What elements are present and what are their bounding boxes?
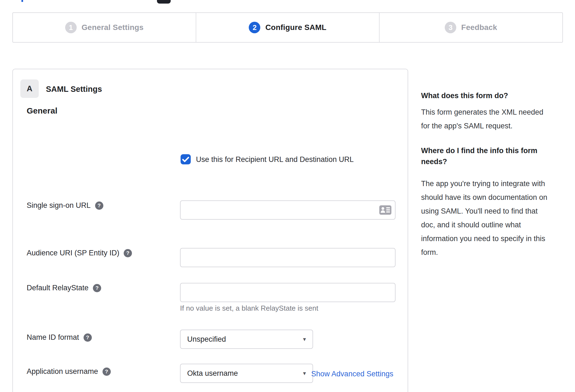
- sidebar-body-what: This form generates the XML needed for t…: [421, 105, 561, 133]
- clipped-header-fragment-dark: [157, 0, 171, 4]
- step-number-badge: 1: [65, 22, 77, 33]
- show-advanced-settings-link[interactable]: Show Advanced Settings: [311, 370, 393, 378]
- step-number-badge: 3: [445, 22, 456, 33]
- name-id-format-label: Name ID format ?: [27, 333, 92, 342]
- relay-state-hint: If no value is set, a blank RelayState i…: [180, 304, 318, 313]
- step-general-settings[interactable]: 1 General Settings: [13, 13, 196, 42]
- step-number-badge: 2: [249, 22, 260, 33]
- audience-uri-input[interactable]: [180, 248, 396, 267]
- recipient-url-checkbox[interactable]: [181, 154, 191, 164]
- relay-state-input[interactable]: [180, 283, 396, 302]
- application-username-value: Okta username: [187, 369, 238, 378]
- section-letter-badge: A: [20, 79, 39, 98]
- chevron-down-icon: ▾: [303, 370, 306, 377]
- sidebar-body-where: The app you're trying to integrate with …: [421, 177, 561, 259]
- general-group-heading: General: [27, 106, 57, 115]
- step-feedback[interactable]: 3 Feedback: [379, 13, 562, 42]
- wizard-stepper: 1 General Settings 2 Configure SAML 3 Fe…: [12, 12, 563, 43]
- help-icon[interactable]: ?: [124, 249, 132, 257]
- help-icon[interactable]: ?: [93, 284, 101, 292]
- help-icon[interactable]: ?: [95, 201, 103, 210]
- step-configure-saml[interactable]: 2 Configure SAML: [196, 13, 379, 42]
- help-icon[interactable]: ?: [103, 368, 111, 376]
- application-username-select[interactable]: Okta username ▾: [180, 364, 313, 383]
- sso-url-label: Single sign-on URL ?: [27, 201, 103, 210]
- step-label: Configure SAML: [265, 23, 326, 32]
- section-title: SAML Settings: [46, 85, 102, 94]
- relay-state-label-text: Default RelayState: [27, 284, 89, 292]
- sso-url-label-text: Single sign-on URL: [27, 201, 91, 210]
- recipient-url-checkbox-label[interactable]: Use this for Recipient URL and Destinati…: [196, 155, 354, 164]
- chevron-down-icon: ▾: [303, 336, 306, 343]
- step-label: Feedback: [461, 23, 497, 32]
- relay-state-label: Default RelayState ?: [27, 284, 101, 292]
- clipped-header-fragment-blue: [21, 0, 23, 2]
- audience-uri-label: Audience URI (SP Entity ID) ?: [27, 249, 132, 257]
- name-id-format-label-text: Name ID format: [27, 333, 79, 342]
- page: 1 General Settings 2 Configure SAML 3 Fe…: [0, 0, 575, 392]
- name-id-format-select[interactable]: Unspecified ▾: [180, 330, 313, 349]
- application-username-label-text: Application username: [27, 367, 98, 376]
- step-label: General Settings: [82, 23, 144, 32]
- saml-settings-panel: A SAML Settings General Single sign-on U…: [12, 69, 408, 392]
- name-id-format-value: Unspecified: [187, 335, 226, 344]
- audience-uri-label-text: Audience URI (SP Entity ID): [27, 249, 119, 257]
- sidebar-heading-where: Where do I find the info this form needs…: [421, 145, 560, 167]
- sso-url-input[interactable]: [180, 200, 396, 220]
- sidebar-heading-what: What does this form do?: [421, 90, 560, 101]
- application-username-label: Application username ?: [27, 367, 111, 376]
- help-icon[interactable]: ?: [84, 333, 92, 342]
